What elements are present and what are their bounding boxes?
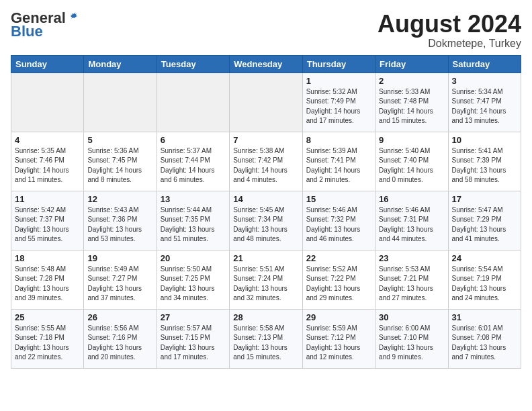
day-number: 7	[233, 135, 298, 145]
day-info: Sunrise: 5:51 AMSunset: 7:24 PMDaylight:…	[233, 265, 298, 304]
logo-blue-text: Blue	[11, 23, 43, 40]
day-number: 15	[306, 194, 371, 204]
day-number: 25	[15, 312, 80, 322]
day-info: Sunrise: 5:42 AMSunset: 7:37 PMDaylight:…	[15, 205, 80, 244]
day-info: Sunrise: 5:49 AMSunset: 7:27 PMDaylight:…	[87, 265, 152, 304]
day-header-saturday: Saturday	[448, 55, 521, 73]
day-info: Sunrise: 6:00 AMSunset: 7:10 PMDaylight:…	[379, 324, 444, 363]
day-number: 6	[161, 135, 226, 145]
logo: General Blue	[11, 11, 79, 40]
day-number: 12	[87, 194, 152, 204]
calendar-cell: 21Sunrise: 5:51 AMSunset: 7:24 PMDayligh…	[230, 250, 302, 309]
day-header-tuesday: Tuesday	[157, 55, 229, 73]
day-number: 28	[233, 312, 298, 322]
day-info: Sunrise: 5:46 AMSunset: 7:32 PMDaylight:…	[306, 205, 371, 244]
day-number: 10	[452, 135, 517, 145]
day-number: 16	[379, 194, 444, 204]
day-info: Sunrise: 5:34 AMSunset: 7:47 PMDaylight:…	[452, 87, 517, 126]
day-number: 11	[15, 194, 80, 204]
day-number: 22	[306, 253, 371, 263]
calendar-cell: 2Sunrise: 5:33 AMSunset: 7:48 PMDaylight…	[375, 73, 448, 132]
day-number: 21	[233, 253, 298, 263]
calendar-week-row: 11Sunrise: 5:42 AMSunset: 7:37 PMDayligh…	[11, 191, 521, 250]
month-year-title: August 2024	[378, 11, 521, 38]
day-number: 14	[233, 194, 298, 204]
calendar-cell: 16Sunrise: 5:46 AMSunset: 7:31 PMDayligh…	[375, 191, 448, 250]
day-info: Sunrise: 5:43 AMSunset: 7:36 PMDaylight:…	[87, 205, 152, 244]
calendar-week-row: 4Sunrise: 5:35 AMSunset: 7:46 PMDaylight…	[11, 132, 521, 191]
day-info: Sunrise: 5:59 AMSunset: 7:12 PMDaylight:…	[306, 324, 371, 363]
day-number: 23	[379, 253, 444, 263]
calendar-cell: 4Sunrise: 5:35 AMSunset: 7:46 PMDaylight…	[11, 132, 84, 191]
day-info: Sunrise: 5:41 AMSunset: 7:39 PMDaylight:…	[452, 146, 517, 185]
day-number: 30	[379, 312, 444, 322]
calendar-table: SundayMondayTuesdayWednesdayThursdayFrid…	[11, 55, 521, 369]
day-info: Sunrise: 5:45 AMSunset: 7:34 PMDaylight:…	[233, 205, 298, 244]
day-info: Sunrise: 5:56 AMSunset: 7:16 PMDaylight:…	[87, 324, 152, 363]
calendar-cell: 29Sunrise: 5:59 AMSunset: 7:12 PMDayligh…	[302, 309, 375, 368]
calendar-cell: 26Sunrise: 5:56 AMSunset: 7:16 PMDayligh…	[84, 309, 157, 368]
calendar-cell: 8Sunrise: 5:39 AMSunset: 7:41 PMDaylight…	[302, 132, 375, 191]
day-info: Sunrise: 5:37 AMSunset: 7:44 PMDaylight:…	[161, 146, 226, 185]
day-header-monday: Monday	[84, 55, 157, 73]
calendar-cell: 9Sunrise: 5:40 AMSunset: 7:40 PMDaylight…	[375, 132, 448, 191]
day-info: Sunrise: 5:50 AMSunset: 7:25 PMDaylight:…	[161, 265, 226, 304]
calendar-week-row: 18Sunrise: 5:48 AMSunset: 7:28 PMDayligh…	[11, 250, 521, 309]
day-info: Sunrise: 5:40 AMSunset: 7:40 PMDaylight:…	[379, 146, 444, 185]
calendar-cell: 27Sunrise: 5:57 AMSunset: 7:15 PMDayligh…	[157, 309, 229, 368]
calendar-cell: 15Sunrise: 5:46 AMSunset: 7:32 PMDayligh…	[302, 191, 375, 250]
calendar-cell: 11Sunrise: 5:42 AMSunset: 7:37 PMDayligh…	[11, 191, 84, 250]
day-number: 27	[161, 312, 226, 322]
calendar-cell: 14Sunrise: 5:45 AMSunset: 7:34 PMDayligh…	[230, 191, 302, 250]
calendar-week-row: 25Sunrise: 5:55 AMSunset: 7:18 PMDayligh…	[11, 309, 521, 368]
day-header-thursday: Thursday	[302, 55, 375, 73]
calendar-cell: 19Sunrise: 5:49 AMSunset: 7:27 PMDayligh…	[84, 250, 157, 309]
day-info: Sunrise: 5:58 AMSunset: 7:13 PMDaylight:…	[233, 324, 298, 363]
day-info: Sunrise: 5:46 AMSunset: 7:31 PMDaylight:…	[379, 205, 444, 244]
day-number: 4	[15, 135, 80, 145]
day-info: Sunrise: 5:38 AMSunset: 7:42 PMDaylight:…	[233, 146, 298, 185]
calendar-cell: 17Sunrise: 5:47 AMSunset: 7:29 PMDayligh…	[448, 191, 521, 250]
page-header: General Blue August 2024 Dokmetepe, Turk…	[11, 11, 521, 50]
calendar-cell	[230, 73, 302, 132]
calendar-cell: 28Sunrise: 5:58 AMSunset: 7:13 PMDayligh…	[230, 309, 302, 368]
day-info: Sunrise: 5:32 AMSunset: 7:49 PMDaylight:…	[306, 87, 371, 126]
calendar-cell: 30Sunrise: 6:00 AMSunset: 7:10 PMDayligh…	[375, 309, 448, 368]
day-number: 5	[87, 135, 152, 145]
calendar-cell: 7Sunrise: 5:38 AMSunset: 7:42 PMDaylight…	[230, 132, 302, 191]
day-info: Sunrise: 6:01 AMSunset: 7:08 PMDaylight:…	[452, 324, 517, 363]
calendar-cell: 1Sunrise: 5:32 AMSunset: 7:49 PMDaylight…	[302, 73, 375, 132]
day-number: 3	[452, 76, 517, 86]
day-number: 31	[452, 312, 517, 322]
day-header-friday: Friday	[375, 55, 448, 73]
logo-bird-icon	[67, 12, 79, 24]
calendar-cell: 20Sunrise: 5:50 AMSunset: 7:25 PMDayligh…	[157, 250, 229, 309]
calendar-cell: 23Sunrise: 5:53 AMSunset: 7:21 PMDayligh…	[375, 250, 448, 309]
day-info: Sunrise: 5:57 AMSunset: 7:15 PMDaylight:…	[161, 324, 226, 363]
calendar-cell	[157, 73, 229, 132]
day-info: Sunrise: 5:47 AMSunset: 7:29 PMDaylight:…	[452, 205, 517, 244]
day-number: 9	[379, 135, 444, 145]
day-info: Sunrise: 5:39 AMSunset: 7:41 PMDaylight:…	[306, 146, 371, 185]
day-number: 20	[161, 253, 226, 263]
calendar-cell: 25Sunrise: 5:55 AMSunset: 7:18 PMDayligh…	[11, 309, 84, 368]
day-number: 29	[306, 312, 371, 322]
day-header-wednesday: Wednesday	[230, 55, 302, 73]
day-number: 18	[15, 253, 80, 263]
day-number: 2	[379, 76, 444, 86]
day-number: 26	[87, 312, 152, 322]
calendar-cell: 22Sunrise: 5:52 AMSunset: 7:22 PMDayligh…	[302, 250, 375, 309]
day-number: 13	[161, 194, 226, 204]
day-number: 17	[452, 194, 517, 204]
calendar-cell: 3Sunrise: 5:34 AMSunset: 7:47 PMDaylight…	[448, 73, 521, 132]
day-info: Sunrise: 5:44 AMSunset: 7:35 PMDaylight:…	[161, 205, 226, 244]
calendar-week-row: 1Sunrise: 5:32 AMSunset: 7:49 PMDaylight…	[11, 73, 521, 132]
calendar-cell: 31Sunrise: 6:01 AMSunset: 7:08 PMDayligh…	[448, 309, 521, 368]
day-info: Sunrise: 5:54 AMSunset: 7:19 PMDaylight:…	[452, 265, 517, 304]
day-header-sunday: Sunday	[11, 55, 84, 73]
calendar-cell: 6Sunrise: 5:37 AMSunset: 7:44 PMDaylight…	[157, 132, 229, 191]
calendar-cell: 5Sunrise: 5:36 AMSunset: 7:45 PMDaylight…	[84, 132, 157, 191]
day-number: 8	[306, 135, 371, 145]
calendar-cell	[84, 73, 157, 132]
day-info: Sunrise: 5:36 AMSunset: 7:45 PMDaylight:…	[87, 146, 152, 185]
